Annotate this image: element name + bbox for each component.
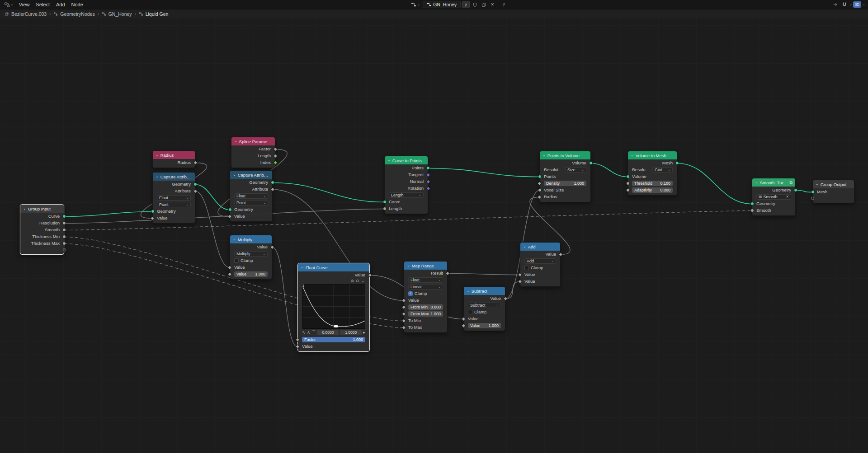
dropdown[interactable]: Subtract⌄ [468,303,501,308]
float-socket[interactable] [518,279,522,283]
auto-offset-icon[interactable] [831,1,840,8]
node-multiply[interactable]: ⌄MultiplyValueMultiply⌄ClampValueValue1.… [230,235,272,280]
geo-socket[interactable] [426,166,430,170]
float-socket[interactable] [504,296,508,300]
number-field[interactable]: From Min0.000 [408,304,443,310]
float-socket[interactable] [62,228,66,232]
node-header[interactable]: ⌄Float Curve [298,263,369,271]
float-socket[interactable] [227,272,231,276]
menu-view[interactable]: View [16,1,33,8]
virtual-socket[interactable] [63,248,66,251]
float-socket[interactable] [537,195,541,199]
node-map-range[interactable]: ⌄Map RangeResultFloat⌄Linear⌄ClampValueF… [404,261,448,333]
vec-socket[interactable] [426,179,430,183]
checkbox[interactable] [524,266,529,270]
collapse-chevron-icon[interactable]: ⌄ [407,264,410,267]
dropdown[interactable]: Grid⌄ [652,167,673,173]
handle-align-icon[interactable]: ⌒ [311,330,316,335]
collapse-chevron-icon[interactable]: ⌄ [156,175,159,178]
node-header[interactable]: ⌄Multiply [230,235,272,243]
browse-nodegroup-icon[interactable]: ▦ [759,195,762,199]
menu-select[interactable]: Select [33,1,53,8]
snap-options-chevron[interactable]: ⌄ [849,3,853,6]
collapse-chevron-icon[interactable]: ⌄ [156,153,159,157]
vec-socket[interactable] [426,173,430,177]
node-header[interactable]: ⌄Radius [153,151,195,159]
dropdown[interactable]: Size⌄ [565,167,586,173]
node-points-to-volume[interactable]: ⌄Points to VolumeVolumeResolutionSize⌄Po… [539,151,591,202]
unlink-button[interactable]: ✕ [489,2,495,7]
float-socket[interactable] [461,317,465,321]
float-socket[interactable] [150,216,154,220]
node-header[interactable]: ⌄Capture Attribute [153,173,195,181]
checkbox[interactable] [468,310,472,314]
breadcrumb-item-group[interactable]: Liquid Gen [146,11,169,17]
geo-socket[interactable] [589,161,593,165]
node-curve-to-points[interactable]: ⌄Curve to PointsPointsTangentNormalRotat… [384,156,428,214]
node-capture-attribute-1[interactable]: ⌄Capture AttributeGeometryAttributeFloat… [152,172,195,224]
collapse-chevron-icon[interactable]: ⌄ [542,154,546,157]
node-add[interactable]: ⌄AddValueAdd⌄ClampValueValue [520,242,561,287]
float-socket[interactable] [227,214,231,218]
float-socket[interactable] [538,188,542,192]
number-field[interactable]: Density1.000 [544,181,586,186]
float-socket[interactable] [295,337,299,341]
node-float-curve[interactable]: ⌄Float CurveValue⊕⊖⌄∿∧⌒0.00001.0000▸Fact… [297,263,370,352]
collapse-chevron-icon[interactable]: ⌄ [233,173,236,177]
geo-socket[interactable] [675,161,679,165]
float-socket[interactable] [518,272,522,276]
float-socket[interactable] [401,318,406,322]
node-group-input[interactable]: ⌄Group InputCurveResolutionSmoothThickne… [20,204,64,255]
menu-add[interactable]: Add [53,1,68,8]
collapse-chevron-icon[interactable]: ⌄ [234,140,237,143]
unlink-icon[interactable]: ✕ [786,195,789,199]
handle-auto-icon[interactable]: ∿ [302,330,306,335]
pin-button[interactable] [500,2,508,8]
snap-magnet-icon[interactable] [840,1,849,8]
float-socket[interactable] [383,207,387,210]
browse-nodetree-button[interactable]: ⌄ [410,1,421,8]
node-graph-canvas[interactable]: ⌄Group InputCurveResolutionSmoothThickne… [0,0,868,453]
vec-socket[interactable] [426,186,430,190]
collapse-chevron-icon[interactable]: ⌄ [23,207,26,210]
dropdown[interactable]: Point⌄ [157,202,191,207]
collapse-chevron-icon[interactable]: ⌄ [387,159,391,162]
geo-socket[interactable] [538,175,542,178]
collapse-chevron-icon[interactable]: ⌄ [755,181,758,184]
float-socket[interactable] [271,187,275,191]
node-header[interactable]: ⌄Subtract [464,287,505,295]
fake-user-shield-button[interactable] [471,2,479,8]
float-socket[interactable] [62,242,66,245]
geo-socket[interactable] [811,190,815,194]
virtual-socket[interactable] [811,196,814,200]
node-group-output[interactable]: ⌄Group OutputMesh [812,180,854,203]
dropdown[interactable]: Add⌄ [524,258,556,264]
float-socket[interactable] [559,252,563,256]
float-socket[interactable] [537,181,541,185]
geo-socket[interactable] [626,175,630,178]
geo-socket[interactable] [193,182,197,186]
curve-graph[interactable] [302,284,365,329]
float-socket[interactable] [270,245,274,249]
geo-socket[interactable] [228,208,232,211]
handle-vector-icon[interactable]: ∧ [307,330,310,335]
curve-point[interactable] [364,320,366,322]
float-socket[interactable] [401,312,406,316]
float-socket[interactable] [274,147,278,151]
float-socket[interactable] [193,160,198,164]
node-radius[interactable]: ⌄RadiusRadius [152,150,195,168]
geo-socket[interactable] [271,181,274,184]
geo-socket[interactable] [794,188,797,192]
node-subtract[interactable]: ⌄SubtractValueSubtract⌄ClampValueValue1.… [463,286,505,331]
node-header[interactable]: ⌄Group Input [20,205,64,213]
checkbox[interactable] [234,258,239,263]
geo-socket[interactable] [750,202,754,205]
collapse-chevron-icon[interactable]: ⌄ [301,266,304,269]
checkbox[interactable] [408,291,413,296]
node-header[interactable]: ⌄Capture Attribute [230,171,272,179]
users-count-button[interactable]: 2 [462,1,470,8]
number-field[interactable]: Value1.000 [468,323,501,328]
collapse-chevron-icon[interactable]: ⌄ [816,182,819,186]
nodegroup-selector[interactable]: ▦Smooth_✕ [756,194,791,200]
breadcrumb-item-object[interactable]: BezierCurve.003 [11,11,47,17]
